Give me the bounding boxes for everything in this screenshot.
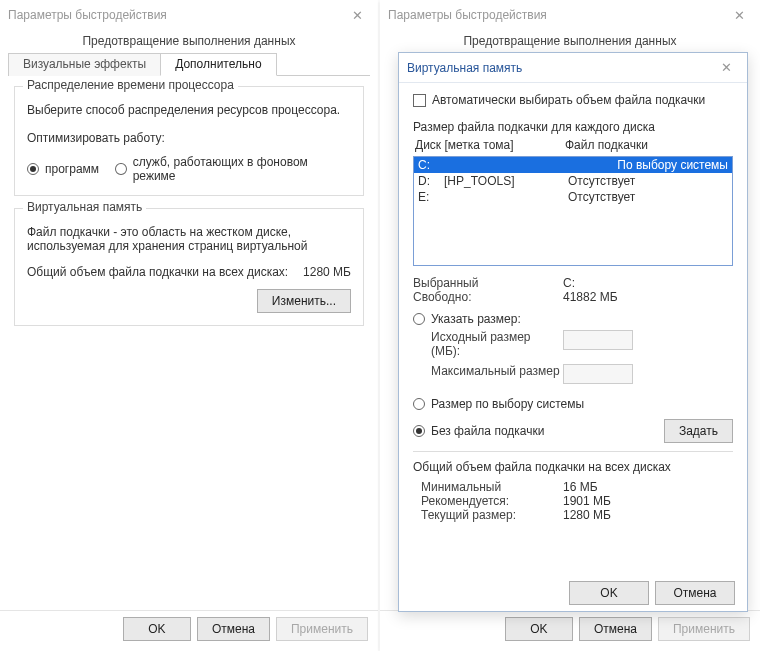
- radio-icon: [413, 425, 425, 437]
- cur-label: Текущий размер:: [413, 508, 563, 522]
- selected-drive-label: Выбранный: [413, 276, 563, 290]
- virtual-memory-dialog: Виртуальная память ✕ Автоматически выбир…: [398, 52, 748, 612]
- vm-total-label: Общий объем файла подкачки на всех диска…: [27, 265, 303, 279]
- cur-value: 1280 МБ: [563, 508, 611, 522]
- group-legend: Виртуальная память: [23, 200, 146, 214]
- radio-services-label: служб, работающих в фоновом режиме: [133, 155, 345, 183]
- radio-custom-label: Указать размер:: [431, 312, 521, 326]
- radio-none-label: Без файла подкачки: [431, 424, 544, 438]
- perf-options-window-left: Параметры быстродействия ✕ Предотвращени…: [0, 0, 378, 651]
- max-size-label: Максимальный размер: [413, 364, 563, 387]
- ok-button[interactable]: OK: [569, 581, 649, 605]
- radio-system-label: Размер по выбору системы: [431, 397, 584, 411]
- cancel-button[interactable]: Отмена: [579, 617, 652, 641]
- disk-pagefile: По выбору системы: [568, 158, 728, 172]
- radio-services[interactable]: служб, работающих в фоновом режиме: [115, 155, 345, 183]
- initial-size-input: [563, 330, 633, 350]
- apply-button[interactable]: Применить: [276, 617, 368, 641]
- disk-label: [444, 158, 568, 172]
- radio-system-managed[interactable]: Размер по выбору системы: [413, 397, 727, 411]
- cpu-scheduling-group: Распределение времени процессора Выберит…: [14, 86, 364, 196]
- radio-icon: [115, 163, 127, 175]
- tab-group-label: Предотвращение выполнения данных: [388, 30, 752, 52]
- disk-label: [444, 190, 568, 204]
- vm-total-value: 1280 МБ: [303, 265, 351, 279]
- tab-advanced[interactable]: Дополнительно: [160, 53, 276, 76]
- rec-value: 1901 МБ: [563, 494, 611, 508]
- col-disk: Диск [метка тома]: [415, 138, 565, 152]
- disk-list[interactable]: C: По выбору системы D: [HP_TOOLS] Отсут…: [413, 156, 733, 266]
- min-label: Минимальный: [413, 480, 563, 494]
- disk-pagefile: Отсутствует: [568, 190, 728, 204]
- cpu-desc: Выберите способ распределения ресурсов п…: [27, 103, 351, 117]
- tabs: Визуальные эффекты Дополнительно: [8, 52, 370, 76]
- titlebar-vm[interactable]: Виртуальная память ✕: [399, 53, 747, 83]
- checkbox-icon: [413, 94, 426, 107]
- disk-row-d[interactable]: D: [HP_TOOLS] Отсутствует: [414, 173, 732, 189]
- disk-pagefile: Отсутствует: [568, 174, 728, 188]
- rec-label: Рекомендуется:: [413, 494, 563, 508]
- disk-drive: D:: [418, 174, 444, 188]
- radio-custom-size[interactable]: Указать размер:: [413, 312, 727, 326]
- selected-drive-value: C:: [563, 276, 575, 290]
- min-value: 16 МБ: [563, 480, 598, 494]
- set-button[interactable]: Задать: [664, 419, 733, 443]
- virtual-memory-group: Виртуальная память Файл подкачки - это о…: [14, 208, 364, 326]
- titlebar-right[interactable]: Параметры быстродействия ✕: [380, 0, 760, 30]
- free-space-label: Свободно:: [413, 290, 563, 304]
- group-legend: Распределение времени процессора: [23, 78, 238, 92]
- dialog-buttons-left: OK Отмена Применить: [0, 610, 378, 647]
- max-size-input: [563, 364, 633, 384]
- apply-button[interactable]: Применить: [658, 617, 750, 641]
- totals-legend: Общий объем файла подкачки на всех диска…: [413, 460, 733, 474]
- vm-desc: Файл подкачки - это область на жестком д…: [27, 225, 351, 253]
- change-button[interactable]: Изменить...: [257, 289, 351, 313]
- radio-icon: [27, 163, 39, 175]
- radio-icon: [413, 398, 425, 410]
- radio-programs[interactable]: программ: [27, 162, 99, 176]
- tab-visual-effects[interactable]: Визуальные эффекты: [8, 53, 161, 76]
- tab-group-label: Предотвращение выполнения данных: [8, 30, 370, 52]
- auto-manage-label: Автоматически выбирать объем файла подка…: [432, 93, 705, 107]
- per-disk-label: Размер файла подкачки для каждого диска: [413, 120, 733, 134]
- col-page: Файл подкачки: [565, 138, 648, 152]
- disk-label: [HP_TOOLS]: [444, 174, 568, 188]
- optimize-label: Оптимизировать работу:: [27, 131, 351, 145]
- ok-button[interactable]: OK: [123, 617, 191, 641]
- close-icon[interactable]: ✕: [344, 2, 370, 28]
- titlebar-left[interactable]: Параметры быстродействия ✕: [0, 0, 378, 30]
- disk-drive: E:: [418, 190, 444, 204]
- window-title: Параметры быстродействия: [8, 8, 344, 22]
- auto-manage-checkbox[interactable]: Автоматически выбирать объем файла подка…: [413, 93, 705, 107]
- dialog-buttons-right: OK Отмена Применить: [380, 610, 760, 647]
- initial-size-label: Исходный размер (МБ):: [413, 330, 563, 358]
- window-title: Параметры быстродействия: [388, 8, 726, 22]
- ok-button[interactable]: OK: [505, 617, 573, 641]
- cancel-button[interactable]: Отмена: [197, 617, 270, 641]
- cancel-button[interactable]: Отмена: [655, 581, 735, 605]
- radio-icon: [413, 313, 425, 325]
- disk-row-e[interactable]: E: Отсутствует: [414, 189, 732, 205]
- free-space-value: 41882 МБ: [563, 290, 618, 304]
- radio-programs-label: программ: [45, 162, 99, 176]
- disk-row-c[interactable]: C: По выбору системы: [414, 157, 732, 173]
- disk-drive: C:: [418, 158, 444, 172]
- dialog-title: Виртуальная память: [407, 61, 713, 75]
- radio-no-pagefile[interactable]: Без файла подкачки: [413, 424, 658, 438]
- close-icon[interactable]: ✕: [713, 55, 739, 81]
- close-icon[interactable]: ✕: [726, 2, 752, 28]
